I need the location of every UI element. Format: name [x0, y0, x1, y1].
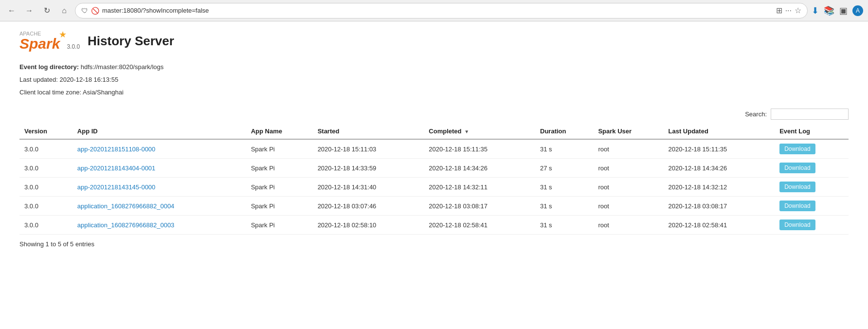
shield-icon: 🛡	[81, 7, 88, 15]
table-body: 3.0.0 app-20201218151108-0000 Spark Pi 2…	[19, 139, 849, 235]
profile-icon[interactable]: A	[852, 5, 863, 16]
cell-duration: 31 s	[535, 197, 593, 216]
col-duration: Duration	[535, 124, 593, 139]
cell-last-updated: 2020-12-18 14:32:12	[663, 178, 775, 197]
cell-spark-user: root	[593, 139, 663, 159]
cell-started: 2020-12-18 14:31:40	[313, 178, 424, 197]
download-button[interactable]: Download	[779, 182, 815, 192]
cell-app-name: Spark Pi	[246, 159, 313, 178]
cell-event-log: Download	[775, 216, 849, 235]
last-updated-value: 2020-12-18 16:13:55	[59, 76, 118, 83]
search-input[interactable]	[771, 109, 849, 120]
table-row: 3.0.0 app-20201218143404-0001 Spark Pi 2…	[19, 159, 849, 178]
cell-app-id: app-20201218151108-0000	[72, 139, 246, 159]
cell-started: 2020-12-18 15:11:03	[313, 139, 424, 159]
table-footer: Showing 1 to 5 of 5 entries	[19, 240, 849, 248]
timezone-label: Client local time zone:	[19, 89, 81, 96]
browser-toolbar: ← → ↻ ⌂ 🛡 🚫 master:18080/?showIncomplete…	[0, 0, 868, 21]
page-title: History Server	[88, 34, 174, 49]
cell-event-log: Download	[775, 197, 849, 216]
app-id-link[interactable]: application_1608276966882_0003	[77, 221, 175, 229]
cell-started: 2020-12-18 03:07:46	[313, 197, 424, 216]
cell-event-log: Download	[775, 139, 849, 159]
tracking-icon: 🚫	[91, 7, 99, 15]
showing-entries: Showing 1 to 5 of 5 entries	[19, 240, 94, 248]
app-id-link[interactable]: app-20201218143404-0001	[77, 164, 156, 172]
col-started: Started	[313, 124, 424, 139]
cell-duration: 27 s	[535, 159, 593, 178]
cell-app-id: app-20201218143145-0000	[72, 178, 246, 197]
cell-app-id: app-20201218143404-0001	[72, 159, 246, 178]
download-icon[interactable]: ⬇	[812, 5, 819, 16]
col-app-id[interactable]: App ID	[72, 124, 246, 139]
url-text: master:18080/?showIncomplete=false	[102, 7, 773, 14]
cell-completed: 2020-12-18 15:11:35	[424, 139, 535, 159]
address-bar[interactable]: 🛡 🚫 master:18080/?showIncomplete=false ⊞…	[75, 3, 808, 18]
search-bar: Search:	[19, 109, 849, 120]
browser-action-icons: ⬇ 📚 ▣ A	[812, 5, 863, 16]
app-id-link[interactable]: application_1608276966882_0004	[77, 202, 175, 210]
cell-spark-user: root	[593, 197, 663, 216]
table-row: 3.0.0 app-20201218143145-0000 Spark Pi 2…	[19, 178, 849, 197]
last-updated-label: Last updated:	[19, 76, 58, 83]
cell-event-log: Download	[775, 159, 849, 178]
reload-button[interactable]: ↻	[40, 4, 54, 18]
cell-duration: 31 s	[535, 216, 593, 235]
app-id-link[interactable]: app-20201218143145-0000	[77, 183, 156, 191]
app-id-link[interactable]: app-20201218151108-0000	[77, 146, 156, 153]
bookmark-icon[interactable]: ☆	[795, 6, 801, 15]
cell-last-updated: 2020-12-18 15:11:35	[663, 139, 775, 159]
cell-spark-user: root	[593, 159, 663, 178]
event-log-dir-line: Event log directory: hdfs://master:8020/…	[19, 61, 849, 73]
spark-version-label: 3.0.0	[67, 43, 80, 50]
col-completed[interactable]: Completed ▼	[424, 124, 535, 139]
download-button[interactable]: Download	[779, 201, 815, 211]
cell-duration: 31 s	[535, 139, 593, 159]
applications-table: Version App ID App Name Started Complete…	[19, 124, 849, 235]
cell-completed: 2020-12-18 14:34:26	[424, 159, 535, 178]
cell-last-updated: 2020-12-18 14:34:26	[663, 159, 775, 178]
more-icon[interactable]: ···	[785, 6, 792, 15]
sort-arrow: ▼	[464, 129, 469, 134]
cell-event-log: Download	[775, 178, 849, 197]
cell-app-id: application_1608276966882_0003	[72, 216, 246, 235]
event-log-value: hdfs://master:8020/spark/logs	[81, 63, 164, 71]
search-label: Search:	[745, 110, 767, 118]
spark-wordmark: Spark	[19, 36, 60, 52]
back-button[interactable]: ←	[5, 4, 18, 18]
cell-spark-user: root	[593, 178, 663, 197]
home-button[interactable]: ⌂	[57, 4, 71, 18]
cell-version: 3.0.0	[19, 216, 72, 235]
col-app-name: App Name	[246, 124, 313, 139]
cell-last-updated: 2020-12-18 02:58:41	[663, 216, 775, 235]
cell-duration: 31 s	[535, 178, 593, 197]
col-spark-user: Spark User	[593, 124, 663, 139]
cell-app-name: Spark Pi	[246, 139, 313, 159]
table-row: 3.0.0 app-20201218151108-0000 Spark Pi 2…	[19, 139, 849, 159]
download-button[interactable]: Download	[779, 144, 815, 154]
qr-icon[interactable]: ⊞	[776, 6, 782, 15]
cell-version: 3.0.0	[19, 159, 72, 178]
page-content: APACHE Spark ★ 3.0.0 History Server Even…	[0, 21, 868, 257]
cell-spark-user: root	[593, 216, 663, 235]
cell-app-name: Spark Pi	[246, 216, 313, 235]
download-button[interactable]: Download	[779, 163, 815, 173]
download-button[interactable]: Download	[779, 219, 815, 230]
forward-button[interactable]: →	[22, 4, 36, 18]
sidebar-icon[interactable]: ▣	[839, 5, 848, 16]
library-icon[interactable]: 📚	[824, 5, 834, 16]
cell-started: 2020-12-18 14:33:59	[313, 159, 424, 178]
last-updated-line: Last updated: 2020-12-18 16:13:55	[19, 73, 849, 86]
col-version: Version	[19, 124, 72, 139]
table-row: 3.0.0 application_1608276966882_0004 Spa…	[19, 197, 849, 216]
cell-last-updated: 2020-12-18 03:08:17	[663, 197, 775, 216]
cell-app-name: Spark Pi	[246, 178, 313, 197]
timezone-value: Asia/Shanghai	[83, 89, 124, 96]
spark-logo: APACHE Spark ★ 3.0.0	[19, 31, 80, 51]
star-icon: ★	[59, 29, 67, 40]
cell-completed: 2020-12-18 03:08:17	[424, 197, 535, 216]
col-event-log: Event Log	[775, 124, 849, 139]
cell-app-name: Spark Pi	[246, 197, 313, 216]
table-header: Version App ID App Name Started Complete…	[19, 124, 849, 139]
table-row: 3.0.0 application_1608276966882_0003 Spa…	[19, 216, 849, 235]
